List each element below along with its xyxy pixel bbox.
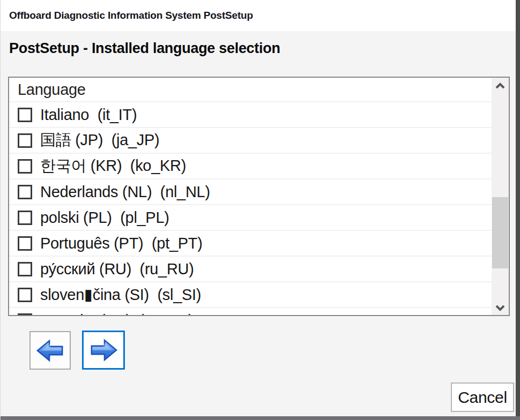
language-label: svenska (SE) (sv_SE) [40, 312, 193, 316]
language-row[interactable]: ру́сский (RU) (ru_RU) [9, 257, 492, 282]
cancel-button[interactable]: Cancel [451, 382, 514, 412]
language-row[interactable]: svenska (SE) (sv_SE) [9, 308, 492, 315]
window-title: Offboard Diagnostic Information System P… [9, 10, 253, 21]
scrollbar[interactable] [492, 78, 509, 315]
list-header-label: Language [18, 81, 86, 99]
language-rows: Language Italiano (it_IT) 国語 (JP) (ja_JP… [9, 78, 492, 315]
chevron-down-icon[interactable] [495, 304, 505, 311]
language-row[interactable]: polski (PL) (pl_PL) [9, 205, 492, 231]
language-label: 国語 (JP) (ja_JP) [40, 130, 159, 151]
language-row[interactable]: 한국어 (KR) (ko_KR) [9, 154, 492, 179]
language-checkbox[interactable] [18, 159, 32, 174]
language-row[interactable]: sloven▮čina (SI) (sl_SI) [9, 282, 492, 308]
window-border-bottom [1, 416, 520, 420]
language-checkbox[interactable] [18, 185, 32, 199]
language-list: Language Italiano (it_IT) 国語 (JP) (ja_JP… [8, 77, 510, 316]
language-checkbox[interactable] [18, 313, 32, 316]
language-row[interactable]: Português (PT) (pt_PT) [9, 231, 492, 257]
left-arrow-icon [35, 338, 65, 363]
language-label: sloven▮čina (SI) (sl_SI) [40, 286, 201, 304]
scroll-thumb[interactable] [492, 197, 508, 268]
language-label: ру́сский (RU) (ru_RU) [40, 260, 194, 278]
title-bar: Offboard Diagnostic Information System P… [1, 0, 516, 31]
language-label: polski (PL) (pl_PL) [40, 209, 169, 227]
language-label: Português (PT) (pt_PT) [40, 235, 203, 252]
postsetup-window: Offboard Diagnostic Information System P… [0, 0, 520, 420]
language-checkbox[interactable] [18, 288, 32, 302]
language-checkbox[interactable] [18, 133, 32, 148]
language-row[interactable]: Nederlands (NL) (nl_NL) [9, 179, 492, 205]
language-checkbox[interactable] [18, 236, 32, 251]
list-header: Language [9, 78, 492, 102]
language-label: Italiano (it_IT) [40, 106, 137, 124]
language-checkbox[interactable] [18, 108, 32, 122]
language-checkbox[interactable] [18, 211, 32, 225]
chevron-up-icon[interactable] [495, 82, 505, 89]
language-label: Nederlands (NL) (nl_NL) [40, 183, 210, 201]
right-arrow-icon [88, 338, 118, 363]
page-heading: PostSetup - Installed language selection [9, 40, 280, 57]
language-row[interactable]: 国語 (JP) (ja_JP) [9, 128, 492, 154]
language-checkbox[interactable] [18, 262, 32, 276]
back-button[interactable] [29, 331, 71, 370]
language-label: 한국어 (KR) (ko_KR) [40, 155, 186, 177]
window-border-right [516, 0, 520, 420]
forward-button[interactable] [82, 331, 125, 370]
language-row[interactable]: Italiano (it_IT) [9, 102, 492, 128]
